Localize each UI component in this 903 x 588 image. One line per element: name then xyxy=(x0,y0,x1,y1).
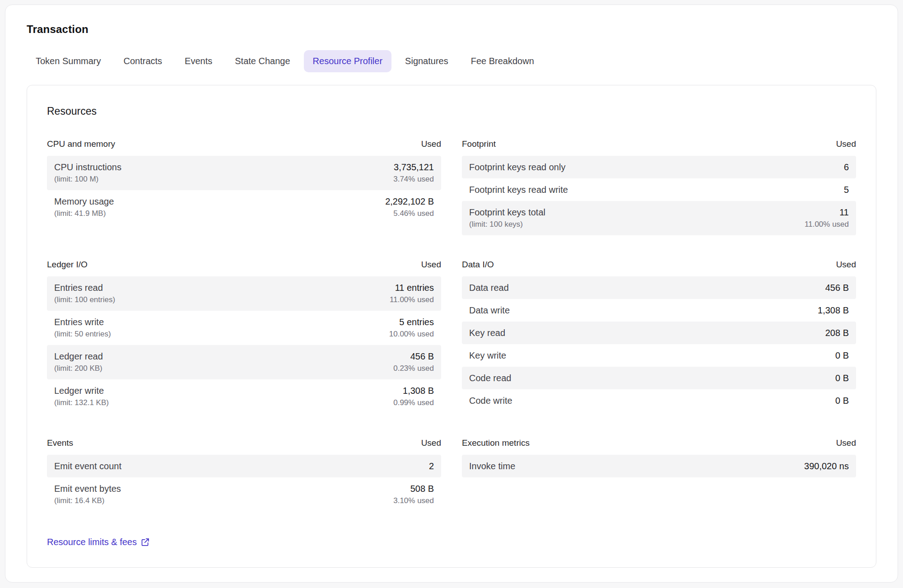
row-label: Key write xyxy=(469,349,506,362)
row-label: Data read xyxy=(469,281,509,294)
row-left: CPU instructions (limit: 100 M) xyxy=(54,161,121,185)
row-right: 2 xyxy=(429,460,434,472)
resource-row: Code read 0 B xyxy=(462,367,856,389)
row-label: Ledger read xyxy=(54,350,103,363)
row-left: Data write xyxy=(469,304,510,317)
row-label: Key read xyxy=(469,327,505,339)
row-label: Footprint keys read only xyxy=(469,161,565,173)
resource-row: Invoke time 390,020 ns xyxy=(462,455,856,477)
row-value: 1,308 B xyxy=(393,384,434,397)
row-right: 0 B xyxy=(835,349,849,362)
row-value: 11 xyxy=(805,206,849,219)
row-value: 5 xyxy=(844,183,849,196)
row-left: Emit event count xyxy=(54,460,121,472)
row-label: Invoke time xyxy=(469,460,515,472)
row-left: Data read xyxy=(469,281,509,294)
row-left: Emit event bytes (limit: 16.4 KB) xyxy=(54,482,121,507)
tab-bar: Token SummaryContractsEventsState Change… xyxy=(27,50,876,72)
row-right: 456 B xyxy=(825,281,849,294)
tab-events[interactable]: Events xyxy=(176,50,221,72)
row-right: 3,735,121 3.74% used xyxy=(393,161,434,185)
tab-token-summary[interactable]: Token Summary xyxy=(27,50,110,72)
resource-row: Ledger write (limit: 132.1 KB) 1,308 B 0… xyxy=(47,379,441,414)
resource-section: Footprint Used Footprint keys read only … xyxy=(462,139,856,235)
section-rows: Entries read (limit: 100 entries) 11 ent… xyxy=(47,276,441,414)
tab-signatures[interactable]: Signatures xyxy=(396,50,457,72)
section-header: Ledger I/O Used xyxy=(47,260,441,270)
resource-row: Emit event bytes (limit: 16.4 KB) 508 B … xyxy=(47,477,441,512)
row-right: 11 11.00% used xyxy=(805,206,849,230)
used-column-label: Used xyxy=(421,139,441,149)
resource-row: Key read 208 B xyxy=(462,322,856,344)
resource-section: Data I/O Used Data read 456 B Data write… xyxy=(462,260,856,414)
row-limit: (limit: 50 entries) xyxy=(54,328,111,340)
row-label: Data write xyxy=(469,304,510,317)
row-label: Code read xyxy=(469,372,511,384)
section-rows: CPU instructions (limit: 100 M) 3,735,12… xyxy=(47,156,441,224)
used-column-label: Used xyxy=(836,438,856,448)
row-left: Code write xyxy=(469,394,512,407)
row-value: 0 B xyxy=(835,394,849,407)
resource-row: Key write 0 B xyxy=(462,344,856,367)
resource-row: CPU instructions (limit: 100 M) 3,735,12… xyxy=(47,156,441,190)
tab-contracts[interactable]: Contracts xyxy=(115,50,172,72)
row-value: 456 B xyxy=(825,281,849,294)
resource-section: Execution metrics Used Invoke time 390,0… xyxy=(462,438,856,512)
page-title: Transaction xyxy=(27,23,876,36)
resource-row: Footprint keys total (limit: 100 keys) 1… xyxy=(462,201,856,235)
row-right: 11 entries 11.00% used xyxy=(390,281,434,306)
section-title: Execution metrics xyxy=(462,438,530,448)
row-left: Entries read (limit: 100 entries) xyxy=(54,281,115,306)
used-column-label: Used xyxy=(836,260,856,270)
row-value: 5 entries xyxy=(389,316,434,328)
row-pct: 0.99% used xyxy=(393,397,434,409)
resource-section: CPU and memory Used CPU instructions (li… xyxy=(47,139,441,235)
resource-section: Ledger I/O Used Entries read (limit: 100… xyxy=(47,260,441,414)
row-value: 456 B xyxy=(393,350,434,363)
resources-heading: Resources xyxy=(47,105,856,117)
used-column-label: Used xyxy=(421,438,441,448)
row-value: 208 B xyxy=(825,327,849,339)
tab-fee-breakdown[interactable]: Fee Breakdown xyxy=(462,50,543,72)
row-value: 1,308 B xyxy=(818,304,849,317)
resource-limits-link[interactable]: Resource limits & fees xyxy=(47,537,150,547)
row-left: Ledger read (limit: 200 KB) xyxy=(54,350,103,374)
resource-limits-link-label: Resource limits & fees xyxy=(47,537,137,547)
row-right: 5 entries 10.00% used xyxy=(389,316,434,340)
row-value: 3,735,121 xyxy=(393,161,434,173)
resource-row: Footprint keys read only 6 xyxy=(462,156,856,178)
row-right: 508 B 3.10% used xyxy=(393,482,434,507)
row-value: 11 entries xyxy=(390,281,434,294)
section-rows: Invoke time 390,020 ns xyxy=(462,455,856,477)
row-pct: 11.00% used xyxy=(805,219,849,230)
row-right: 2,292,102 B 5.46% used xyxy=(385,195,434,219)
resources-card: Resources CPU and memory Used CPU instru… xyxy=(27,85,876,568)
resource-section: Events Used Emit event count 2 Emit even… xyxy=(47,438,441,512)
transaction-panel: Transaction Token SummaryContractsEvents… xyxy=(5,5,898,583)
row-pct: 5.46% used xyxy=(385,208,434,219)
resource-sections-grid: CPU and memory Used CPU instructions (li… xyxy=(47,139,856,512)
row-limit: (limit: 100 entries) xyxy=(54,294,115,306)
tab-state-change[interactable]: State Change xyxy=(226,50,299,72)
section-header: Footprint Used xyxy=(462,139,856,149)
row-label: Emit event count xyxy=(54,460,121,472)
section-header: Events Used xyxy=(47,438,441,448)
tab-resource-profiler[interactable]: Resource Profiler xyxy=(304,50,392,72)
section-title: CPU and memory xyxy=(47,139,115,149)
row-limit: (limit: 100 keys) xyxy=(469,219,545,230)
row-label: Ledger write xyxy=(54,384,109,397)
row-left: Code read xyxy=(469,372,511,384)
row-right: 1,308 B 0.99% used xyxy=(393,384,434,409)
row-right: 6 xyxy=(844,161,849,173)
row-right: 390,020 ns xyxy=(804,460,849,472)
row-left: Key read xyxy=(469,327,505,339)
resource-row: Emit event count 2 xyxy=(47,455,441,477)
row-value: 0 B xyxy=(835,372,849,384)
row-left: Entries write (limit: 50 entries) xyxy=(54,316,111,340)
row-limit: (limit: 16.4 KB) xyxy=(54,495,121,507)
section-title: Events xyxy=(47,438,73,448)
section-header: Data I/O Used xyxy=(462,260,856,270)
resource-row: Memory usage (limit: 41.9 MB) 2,292,102 … xyxy=(47,190,441,224)
row-pct: 10.00% used xyxy=(389,328,434,340)
section-rows: Data read 456 B Data write 1,308 B Key r… xyxy=(462,276,856,412)
